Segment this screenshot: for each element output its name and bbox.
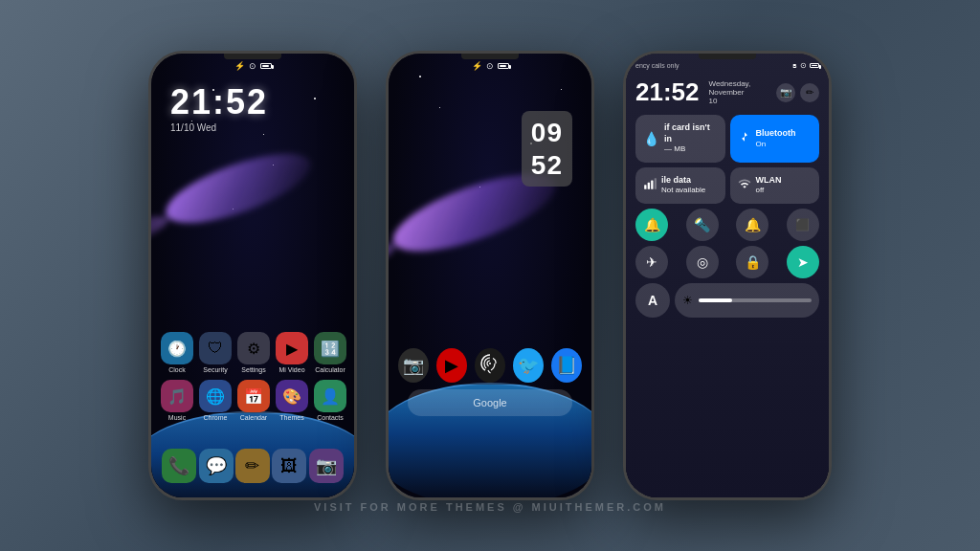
settings-app-label: Settings xyxy=(241,366,265,373)
mivideo-app-label: Mi Video xyxy=(278,366,304,373)
phone-1: ⚡ ⊙ 21:52 11/10 Wed 🕐 Clock 🛡 Security ⚙… xyxy=(148,51,357,500)
phone-1-screen: ⚡ ⊙ 21:52 11/10 Wed 🕐 Clock 🛡 Security ⚙… xyxy=(151,54,354,497)
youtube-app[interactable]: ▶ xyxy=(436,348,467,383)
music-app-label: Music xyxy=(168,414,186,421)
calculator-app-icon: 🔢 xyxy=(314,332,346,364)
mivideo-app-icon: ▶ xyxy=(276,332,308,364)
bluetooth-subtitle: On xyxy=(756,140,796,149)
bluetooth-tile-text: Bluetooth On xyxy=(756,128,796,149)
cc-date-text2: 10 xyxy=(709,97,772,105)
status-icons-3: ʙ ⊙ xyxy=(792,61,819,70)
twitter-app[interactable]: 🐦 xyxy=(513,348,544,383)
wlan-tile-icon xyxy=(738,177,751,193)
phone-3: ency calls only ʙ ⊙ 21:52 Wednesday, Nov… xyxy=(623,51,832,500)
calendar-app-label: Calendar xyxy=(240,414,267,421)
edit-quick-icon[interactable]: ✏ xyxy=(800,83,819,102)
signal-icon xyxy=(643,177,657,190)
app-themes[interactable]: 🎨 Themes xyxy=(276,380,308,421)
battery-icon-1 xyxy=(260,63,272,69)
flashlight-btn[interactable]: 🔦 xyxy=(686,209,719,241)
svg-rect-1 xyxy=(644,185,646,189)
svg-rect-2 xyxy=(648,183,650,189)
app-mivideo[interactable]: ▶ Mi Video xyxy=(276,332,308,373)
chrome-app-label: Chrome xyxy=(204,414,228,421)
brightness-fill xyxy=(699,298,732,302)
app-contacts[interactable]: 👤 Contacts xyxy=(314,380,346,421)
dock-notes[interactable]: ✏ xyxy=(235,449,270,483)
mobile-data-subtitle: — MB xyxy=(664,144,718,154)
dock-camera[interactable]: 📷 xyxy=(309,449,344,483)
themes-app-icon: 🎨 xyxy=(276,380,308,412)
themes-app-label: Themes xyxy=(279,414,303,421)
wlan-tile-text: WLAN off xyxy=(756,175,782,196)
clock-app-label: Clock xyxy=(168,366,186,373)
cam-app[interactable]: 📷 xyxy=(398,348,429,383)
clock-minute: 52 xyxy=(531,149,563,182)
mobile-data-title: if card isn't in xyxy=(664,122,718,144)
star xyxy=(263,134,264,135)
auto-brightness-btn[interactable]: A xyxy=(635,283,670,318)
google-search-bar[interactable]: Google xyxy=(408,389,572,416)
cc-time-text: 21:52 xyxy=(635,77,700,107)
dock-phone[interactable]: 📞 xyxy=(162,449,196,483)
cc-bottom-row: A ☀ xyxy=(635,283,819,318)
app-calendar[interactable]: 📅 Calendar xyxy=(237,380,270,421)
settings-app-icon: ⚙ xyxy=(237,332,270,364)
mobile-data-tile-icon: 💧 xyxy=(643,131,659,146)
google-text: Google xyxy=(473,397,506,408)
calendar-app-icon: 📅 xyxy=(237,380,270,412)
app-settings[interactable]: ⚙ Settings xyxy=(237,332,270,373)
dnd-btn[interactable]: ◎ xyxy=(686,246,719,278)
cc-time-display: 21:52 xyxy=(635,77,700,107)
chrome-app-icon: 🌐 xyxy=(199,380,232,412)
battery-icon-3 xyxy=(810,63,819,68)
clock-widget-2: 09 52 xyxy=(522,111,572,187)
app-music[interactable]: 🎵 Music xyxy=(161,380,193,421)
bluetooth-svg-icon xyxy=(738,130,751,143)
cc-tile-wlan[interactable]: WLAN off xyxy=(730,167,820,204)
star xyxy=(314,98,316,99)
app-clock[interactable]: 🕐 Clock xyxy=(161,332,193,373)
star xyxy=(439,107,440,108)
bluetooth-icon-1: ⚡ xyxy=(234,61,245,71)
dock-1: 📞 💬 ✏ 🖼 📷 xyxy=(161,449,345,483)
vibrate-btn[interactable]: 🔔 xyxy=(635,209,668,241)
music-app-icon: 🎵 xyxy=(161,380,193,412)
screenshot-btn[interactable]: ⬛ xyxy=(787,209,819,241)
facebook-app[interactable]: 📘 xyxy=(551,348,582,383)
airplane-btn[interactable]: ✈ xyxy=(635,246,668,278)
clock-time-1: 21:52 xyxy=(170,82,268,122)
clock-widget-1: 21:52 11/10 Wed xyxy=(170,82,268,133)
dock-messages[interactable]: 💬 xyxy=(199,449,234,483)
wifi-icon-2: ⊙ xyxy=(486,61,494,71)
app-chrome[interactable]: 🌐 Chrome xyxy=(199,380,232,421)
camera-quick-icon[interactable]: 📷 xyxy=(776,83,795,102)
svg-point-0 xyxy=(489,363,491,364)
wlan-title: WLAN xyxy=(756,175,782,187)
notification-btn[interactable]: 🔔 xyxy=(736,209,768,241)
contacts-app-icon: 👤 xyxy=(314,380,346,412)
mobile-data-tile-text: if card isn't in — MB xyxy=(664,122,718,155)
security-app-icon: 🛡 xyxy=(199,332,232,364)
bluetooth-icon-2: ⚡ xyxy=(472,61,482,71)
brightness-slider[interactable]: ☀ xyxy=(675,283,819,318)
location-btn[interactable]: ➤ xyxy=(787,246,819,278)
cc-quick-row2: ✈ ◎ 🔒 ➤ xyxy=(635,246,819,278)
wlan-subtitle: off xyxy=(756,186,782,195)
fingerprint-btn[interactable] xyxy=(475,348,505,383)
dock-gallery[interactable]: 🖼 xyxy=(272,449,306,483)
mobile-data2-icon xyxy=(643,177,657,193)
star xyxy=(561,89,562,90)
cc-tile-mobile-data[interactable]: 💧 if card isn't in — MB xyxy=(635,115,725,163)
app-calculator[interactable]: 🔢 Calculator xyxy=(314,332,346,373)
bluetooth-tile-icon xyxy=(738,130,751,146)
cc-tile-mobile-data2[interactable]: ile data Not available xyxy=(635,167,725,204)
app-grid-2: 🎵 Music 🌐 Chrome 📅 Calendar 🎨 Themes 👤 C… xyxy=(161,380,345,421)
app-security[interactable]: 🛡 Security xyxy=(199,332,232,373)
svg-rect-4 xyxy=(655,178,657,189)
phone-2-screen: ⚡ ⊙ 09 52 📷 ▶ xyxy=(389,54,591,497)
lock-btn[interactable]: 🔒 xyxy=(736,246,768,278)
cc-tile-bluetooth[interactable]: Bluetooth On xyxy=(730,115,820,163)
security-app-label: Security xyxy=(203,366,227,373)
top-notification-bar: ency calls only ʙ ⊙ xyxy=(635,61,819,70)
